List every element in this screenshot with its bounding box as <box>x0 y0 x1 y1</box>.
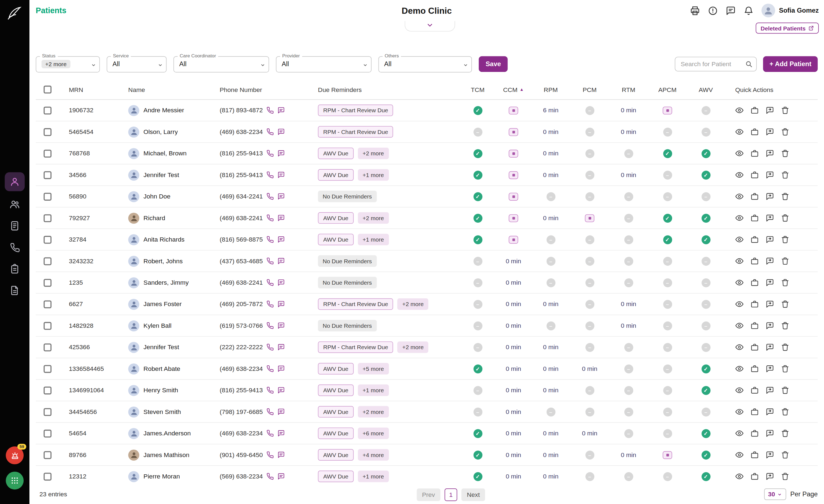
patient-name[interactable]: Pierre Moran <box>143 473 180 480</box>
view-patient-button[interactable] <box>735 257 744 265</box>
patient-chat-button[interactable] <box>766 343 774 351</box>
rpm-minutes[interactable]: 0 min <box>543 451 558 459</box>
more-reminders-chip[interactable]: +5 more <box>358 363 389 374</box>
provider-filter[interactable]: Provider All <box>276 56 371 72</box>
row-checkbox[interactable] <box>44 193 51 201</box>
sms-icon[interactable] <box>278 365 285 373</box>
rtm-minutes[interactable]: 0 min <box>621 300 636 308</box>
delete-patient-button[interactable] <box>781 408 790 416</box>
patient-name[interactable]: Kylen Ball <box>143 322 172 330</box>
delete-patient-button[interactable] <box>781 278 790 287</box>
alerts-icon[interactable] <box>708 5 718 15</box>
delete-patient-button[interactable] <box>781 128 790 136</box>
sms-icon[interactable] <box>278 257 285 265</box>
sms-icon[interactable] <box>278 193 285 200</box>
patient-chat-button[interactable] <box>766 300 774 308</box>
row-checkbox[interactable] <box>44 257 51 265</box>
view-patient-button[interactable] <box>735 235 744 244</box>
column-header-rtm[interactable]: RTM <box>609 86 648 93</box>
sms-icon[interactable] <box>278 451 285 459</box>
call-icon[interactable] <box>267 300 274 308</box>
patient-chat-button[interactable] <box>766 257 774 265</box>
care-coordinator-filter[interactable]: Care Coordinator All <box>173 56 269 72</box>
row-checkbox[interactable] <box>44 386 51 394</box>
call-icon[interactable] <box>267 171 274 179</box>
row-checkbox[interactable] <box>44 365 51 373</box>
patient-chat-button[interactable] <box>766 322 774 330</box>
rpm-minutes[interactable]: 6 min <box>543 107 558 114</box>
patient-name[interactable]: Jennifer Test <box>143 171 179 179</box>
pcm-minutes[interactable]: 0 min <box>582 365 597 373</box>
patient-name[interactable]: Olson, Larry <box>143 128 178 136</box>
row-checkbox[interactable] <box>44 149 51 157</box>
delete-patient-button[interactable] <box>781 106 790 115</box>
call-icon[interactable] <box>267 473 274 480</box>
rpm-minutes[interactable]: 0 min <box>543 429 558 437</box>
patient-visits-button[interactable] <box>750 386 759 394</box>
column-header-phone[interactable]: Phone Number <box>210 86 307 93</box>
view-patient-button[interactable] <box>735 365 744 373</box>
sidebar-item-care-team[interactable] <box>5 196 25 213</box>
column-header-tcm[interactable]: TCM <box>460 86 496 93</box>
notifications-icon[interactable] <box>744 5 754 15</box>
patient-visits-button[interactable] <box>750 451 759 459</box>
patient-name[interactable]: Robert, Johns <box>143 257 183 265</box>
sidebar-item-calls[interactable] <box>5 239 25 256</box>
ccm-minutes[interactable]: 0 min <box>506 344 521 351</box>
rtm-minutes[interactable]: 0 min <box>621 171 636 179</box>
patient-chat-button[interactable] <box>766 149 774 157</box>
ccm-minutes[interactable]: 0 min <box>506 365 521 373</box>
patient-name[interactable]: James Mathison <box>143 451 189 459</box>
call-icon[interactable] <box>267 150 274 157</box>
delete-patient-button[interactable] <box>781 386 790 394</box>
patient-visits-button[interactable] <box>750 300 759 308</box>
delete-patient-button[interactable] <box>781 365 790 373</box>
view-patient-button[interactable] <box>735 149 744 157</box>
more-reminders-chip[interactable]: +2 more <box>358 212 389 224</box>
pcm-minutes[interactable]: 0 min <box>582 429 597 437</box>
prev-page-button[interactable]: Prev <box>417 488 440 501</box>
sms-icon[interactable] <box>278 236 285 243</box>
row-checkbox[interactable] <box>44 300 51 308</box>
patient-chat-button[interactable] <box>766 472 774 481</box>
row-checkbox[interactable] <box>44 236 51 244</box>
delete-patient-button[interactable] <box>781 257 790 265</box>
row-checkbox[interactable] <box>44 128 51 136</box>
view-patient-button[interactable] <box>735 128 744 136</box>
patient-visits-button[interactable] <box>750 365 759 373</box>
row-checkbox[interactable] <box>44 429 51 437</box>
row-checkbox[interactable] <box>44 279 51 286</box>
sms-icon[interactable] <box>278 150 285 157</box>
rpm-minutes[interactable]: 0 min <box>543 386 558 394</box>
others-filter[interactable]: Others All <box>379 56 472 72</box>
patient-visits-button[interactable] <box>750 192 759 201</box>
rpm-minutes[interactable]: 0 min <box>543 150 558 157</box>
delete-patient-button[interactable] <box>781 192 790 201</box>
add-patient-button[interactable]: + Add Patient <box>763 56 818 72</box>
sms-icon[interactable] <box>278 429 285 437</box>
row-checkbox[interactable] <box>44 106 51 114</box>
rtm-minutes[interactable]: 0 min <box>621 128 636 136</box>
sms-icon[interactable] <box>278 171 285 179</box>
patient-visits-button[interactable] <box>750 171 759 179</box>
ccm-minutes[interactable]: 0 min <box>506 429 521 437</box>
more-reminders-chip[interactable]: +1 more <box>358 234 389 245</box>
messages-icon[interactable] <box>726 5 736 15</box>
delete-patient-button[interactable] <box>781 235 790 244</box>
rtm-minutes[interactable]: 0 min <box>621 322 636 330</box>
patient-chat-button[interactable] <box>766 365 774 373</box>
patient-chat-button[interactable] <box>766 235 774 244</box>
delete-patient-button[interactable] <box>781 451 790 459</box>
patient-name[interactable]: Anita Richards <box>143 236 184 243</box>
more-reminders-chip[interactable]: +2 more <box>358 148 389 159</box>
delete-patient-button[interactable] <box>781 429 790 437</box>
view-patient-button[interactable] <box>735 386 744 394</box>
more-reminders-chip[interactable]: +4 more <box>358 449 389 461</box>
call-icon[interactable] <box>267 365 274 373</box>
call-icon[interactable] <box>267 107 274 114</box>
sms-icon[interactable] <box>278 300 285 308</box>
column-header-ccm[interactable]: CCM ▲ <box>496 86 531 93</box>
ccm-minutes[interactable]: 0 min <box>506 257 521 265</box>
patient-visits-button[interactable] <box>750 408 759 416</box>
sms-icon[interactable] <box>278 344 285 351</box>
